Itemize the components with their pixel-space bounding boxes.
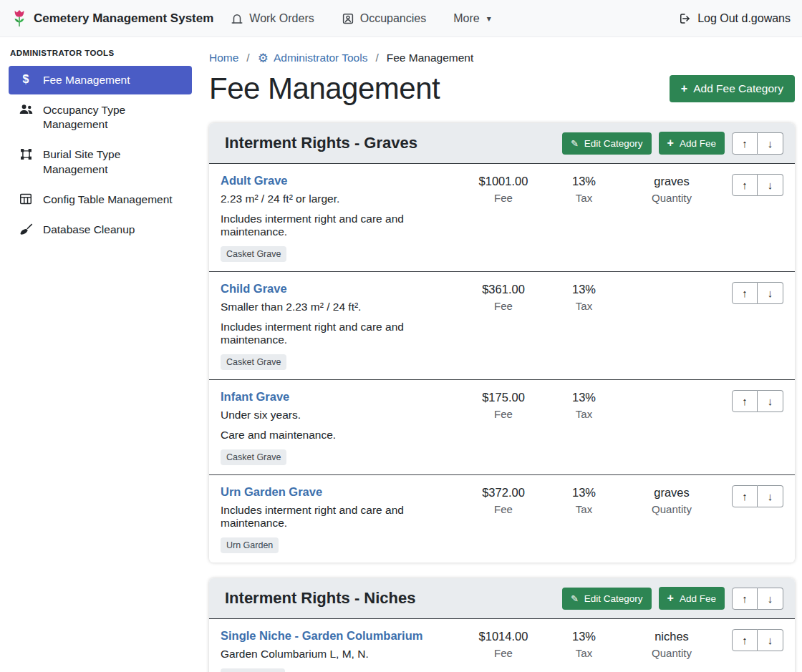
sidebar-item-burial-site-type[interactable]: Burial Site Type Management — [9, 140, 192, 183]
nav-work-orders[interactable]: Work Orders — [231, 12, 314, 25]
nav-more[interactable]: More ▾ — [453, 12, 491, 25]
sidebar-heading: ADMINISTRATOR TOOLS — [0, 49, 200, 66]
arrow-up-icon: ↑ — [742, 593, 748, 605]
breadcrumb-admin-tools-label: Administrator Tools — [274, 52, 368, 64]
nav-occupancies[interactable]: Occupancies — [342, 12, 427, 25]
fee-descriptions: Under six years.Care and maintenance. — [221, 409, 455, 442]
fee-descriptions: Garden Columbarium L, M, N. — [221, 648, 455, 661]
move-fee-up-button[interactable]: ↑ — [732, 282, 758, 304]
quantity-value: niches — [622, 630, 722, 643]
edit-category-label: Edit Category — [584, 593, 643, 604]
tax-label: Tax — [546, 408, 622, 420]
fee-reorder-group: ↑ ↓ — [732, 629, 783, 651]
fee-reorder-group: ↑ ↓ — [732, 174, 783, 196]
breadcrumb: Home / ⚙ Administrator Tools / Fee Manag… — [209, 52, 795, 64]
arrow-up-icon: ↑ — [742, 395, 748, 407]
chevron-down-icon: ▾ — [487, 14, 491, 24]
tax-label: Tax — [546, 503, 622, 515]
arrow-up-icon: ↑ — [742, 179, 748, 191]
fee-description: Includes interment right and care and ma… — [221, 213, 455, 238]
fee-reorder-group: ↑ ↓ — [732, 282, 783, 304]
fee-amount: $1014.00 — [460, 630, 546, 643]
sidebar-item-database-cleanup[interactable]: Database Cleanup — [9, 215, 192, 244]
edit-category-button[interactable]: ✎ Edit Category — [562, 132, 652, 155]
logout-label: Log Out d.gowans — [697, 12, 791, 25]
move-category-up-button[interactable]: ↑ — [732, 588, 758, 610]
fee-amount-label: Fee — [460, 647, 546, 659]
sidebar-item-label: Occupancy Type Management — [43, 103, 182, 132]
quantity-label: Quantity — [622, 503, 722, 515]
sidebar-item-occupancy-type[interactable]: Occupancy Type Management — [9, 96, 192, 139]
fee-name-link[interactable]: Infant Grave — [221, 390, 289, 404]
fee-descriptions: 2.23 m² / 24 ft² or larger.Includes inte… — [221, 193, 455, 238]
move-fee-up-button[interactable]: ↑ — [732, 174, 758, 196]
table-icon — [19, 193, 33, 205]
add-fee-category-button[interactable]: + Add Fee Category — [670, 75, 795, 102]
fee-list: Adult Grave 2.23 m² / 24 ft² or larger.I… — [209, 164, 795, 563]
plus-icon: + — [681, 83, 687, 94]
sidebar-item-label: Fee Management — [43, 73, 130, 87]
tombstone-icon — [231, 12, 243, 25]
edit-category-button[interactable]: ✎ Edit Category — [562, 588, 652, 610]
breadcrumb-separator: / — [375, 52, 378, 64]
pencil-icon: ✎ — [571, 139, 579, 148]
quantity-label: Quantity — [622, 192, 722, 204]
quantity-value: graves — [622, 486, 722, 500]
fee-name-link[interactable]: Child Grave — [221, 282, 287, 296]
fee-description: Includes interment right and care and ma… — [221, 504, 455, 530]
fee-name-link[interactable]: Single Niche - Garden Columbarium — [221, 629, 422, 643]
fee-name-link[interactable]: Adult Grave — [221, 174, 288, 188]
nav-more-label: More — [453, 12, 479, 25]
fee-category-card: Interment Rights - Niches ✎ Edit Categor… — [209, 578, 795, 672]
arrow-down-icon: ↓ — [768, 287, 773, 299]
broom-icon — [19, 223, 33, 235]
category-list: Interment Rights - Graves ✎ Edit Categor… — [209, 123, 795, 672]
arrow-up-icon: ↑ — [742, 137, 748, 150]
fee-category-card: Interment Rights - Graves ✎ Edit Categor… — [209, 123, 795, 563]
breadcrumb-current: Fee Management — [387, 52, 474, 64]
category-reorder-group: ↑ ↓ — [732, 132, 783, 155]
fee-amount: $372.00 — [460, 486, 546, 500]
tulip-logo-icon — [11, 9, 27, 28]
logout-button[interactable]: Log Out d.gowans — [678, 12, 791, 25]
move-fee-up-button[interactable]: ↑ — [732, 485, 758, 507]
dollar-icon: $ — [19, 74, 33, 85]
category-title: Interment Rights - Graves — [221, 134, 417, 152]
tax-label: Tax — [546, 300, 622, 312]
move-category-up-button[interactable]: ↑ — [732, 132, 758, 155]
move-fee-down-button[interactable]: ↓ — [758, 629, 783, 651]
add-fee-button[interactable]: + Add Fee — [659, 132, 725, 155]
category-title: Interment Rights - Niches — [221, 589, 415, 608]
add-fee-button[interactable]: + Add Fee — [659, 587, 725, 610]
app-brand[interactable]: Cemetery Management System — [11, 9, 213, 28]
move-fee-down-button[interactable]: ↓ — [758, 390, 783, 412]
move-fee-down-button[interactable]: ↓ — [758, 282, 783, 304]
breadcrumb-separator: / — [246, 52, 249, 64]
nav-links: Work Orders Occupancies More ▾ — [231, 12, 491, 25]
move-category-down-button[interactable]: ↓ — [758, 132, 783, 155]
move-fee-up-button[interactable]: ↑ — [732, 390, 758, 412]
fee-amount: $361.00 — [460, 283, 546, 296]
move-category-down-button[interactable]: ↓ — [758, 588, 783, 610]
fee-name-link[interactable]: Urn Garden Grave — [221, 485, 322, 499]
brand-title: Cemetery Management System — [34, 11, 213, 26]
fee-type-badge: Casket Grave — [221, 246, 286, 262]
move-fee-down-button[interactable]: ↓ — [758, 174, 783, 196]
fee-row: Infant Grave Under six years.Care and ma… — [209, 380, 795, 475]
sidebar-item-config-table[interactable]: Config Table Management — [9, 185, 192, 214]
move-fee-down-button[interactable]: ↓ — [758, 485, 783, 507]
move-fee-up-button[interactable]: ↑ — [732, 629, 758, 651]
fee-description: Includes interment right and care and ma… — [221, 321, 455, 346]
logout-icon — [678, 12, 691, 25]
quantity-label: Quantity — [622, 647, 722, 659]
sidebar-item-fee-management[interactable]: $ Fee Management — [9, 66, 192, 94]
breadcrumb-home-link[interactable]: Home — [209, 52, 238, 64]
fee-reorder-group: ↑ ↓ — [732, 390, 783, 412]
quantity-value — [622, 391, 722, 404]
tax-value: 13% — [546, 283, 622, 296]
fee-type-badge: Urn Garden — [221, 537, 279, 553]
fee-description: Smaller than 2.23 m² / 24 ft². — [221, 301, 455, 313]
breadcrumb-admin-tools-link[interactable]: ⚙ Administrator Tools — [258, 52, 368, 64]
tax-value: 13% — [546, 175, 622, 188]
arrow-down-icon: ↓ — [768, 490, 773, 502]
